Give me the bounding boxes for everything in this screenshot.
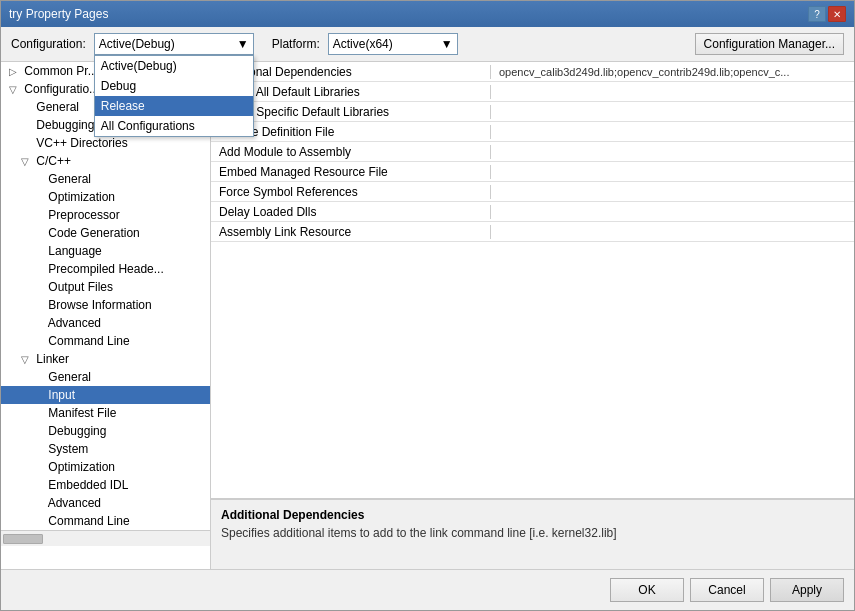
expander-linker-opt [33,462,45,473]
tree-label-cpp-out: Output Files [48,280,113,294]
scrollbar-thumb[interactable] [3,534,43,544]
expander-cpp-out [33,282,45,293]
tree-label-cpp-lang: Language [48,244,101,258]
expander-linker-system [33,444,45,455]
config-option-all[interactable]: All Configurations [95,116,253,136]
config-label: Configuration: [11,37,86,51]
expander-linker-adv [33,498,45,509]
platform-selected-value: Active(x64) [333,37,393,51]
expander-linker-general [33,372,45,383]
expander-linker-debug [33,426,45,437]
expander-cpp-general [33,174,45,185]
config-option-release[interactable]: Release [95,96,253,116]
tree-item-linker-system[interactable]: System [1,440,210,458]
prop-name-delay-loaded: Delay Loaded Dlls [211,205,491,219]
expander-cpp-cmd [33,336,45,347]
config-dropdown-button[interactable]: Active(Debug) ▼ [94,33,254,55]
prop-row-delay-loaded[interactable]: Delay Loaded Dlls [211,202,854,222]
right-panel: Additional Dependencies opencv_calib3d24… [211,62,854,569]
platform-dropdown-arrow: ▼ [441,37,453,51]
prop-name-force-symbol: Force Symbol References [211,185,491,199]
info-title: Additional Dependencies [221,508,844,522]
tree-item-linker-general[interactable]: General [1,368,210,386]
expander-cpp-adv [33,318,45,329]
tree-label-cpp-adv: Advanced [48,316,101,330]
config-bar: Configuration: Active(Debug) ▼ Active(De… [1,27,854,62]
close-button[interactable]: ✕ [828,6,846,22]
tree-label-cpp-opt: Optimization [48,190,115,204]
tree-item-cpp-adv[interactable]: Advanced [1,314,210,332]
tree-item-linker-idl[interactable]: Embedded IDL [1,476,210,494]
prop-row-force-symbol[interactable]: Force Symbol References [211,182,854,202]
tree-label-config: Configuratio... [24,82,99,96]
tree-label-cpp-codegen: Code Generation [48,226,139,240]
platform-dropdown-button[interactable]: Active(x64) ▼ [328,33,458,55]
tree-item-cpp-pch[interactable]: Precompiled Heade... [1,260,210,278]
tree-label-cpp-browse: Browse Information [48,298,151,312]
prop-row-ignore-all[interactable]: Ignore All Default Libraries [211,82,854,102]
cancel-button[interactable]: Cancel [690,578,764,602]
expander-cpp: ▽ [21,156,33,167]
tree-item-linker-opt[interactable]: Optimization [1,458,210,476]
config-option-active-debug[interactable]: Active(Debug) [95,56,253,76]
config-manager-button[interactable]: Configuration Manager... [695,33,844,55]
expander-cpp-lang [33,246,45,257]
tree-item-linker-input[interactable]: Input [1,386,210,404]
tree-item-cpp-opt[interactable]: Optimization [1,188,210,206]
config-dropdown-wrap: Active(Debug) ▼ Active(Debug) Debug Rele… [94,33,254,55]
help-button[interactable]: ? [808,6,826,22]
tree-label-linker: Linker [36,352,69,366]
tree-label-linker-cmd: Command Line [48,514,129,528]
dialog-title: try Property Pages [9,7,108,21]
tree-label-linker-system: System [48,442,88,456]
prop-row-embed-resource[interactable]: Embed Managed Resource File [211,162,854,182]
tree-item-linker-adv[interactable]: Advanced [1,494,210,512]
tree-label-linker-debug: Debugging [48,424,106,438]
prop-row-additional-deps[interactable]: Additional Dependencies opencv_calib3d24… [211,62,854,82]
tree-item-cpp-codegen[interactable]: Code Generation [1,224,210,242]
prop-name-embed-resource: Embed Managed Resource File [211,165,491,179]
apply-button[interactable]: Apply [770,578,844,602]
title-bar-left: try Property Pages [9,7,108,21]
tree-item-linker-debug[interactable]: Debugging [1,422,210,440]
tree-item-linker-cmd[interactable]: Command Line [1,512,210,530]
prop-value-additional-deps: opencv_calib3d249d.lib;opencv_contrib249… [491,66,854,78]
tree-label-linker-general: General [48,370,91,384]
tree-horiz-scrollbar[interactable] [1,530,210,546]
tree-item-cpp-cmd[interactable]: Command Line [1,332,210,350]
tree-item-cpp[interactable]: ▽ C/C++ [1,152,210,170]
config-selected-value: Active(Debug) [99,37,175,51]
tree-label-cpp-pch: Precompiled Heade... [48,262,163,276]
tree-label-linker-idl: Embedded IDL [48,478,128,492]
expander-config: ▽ [9,84,21,95]
tree-item-linker[interactable]: ▽ Linker [1,350,210,368]
expander-common: ▷ [9,66,21,77]
tree-item-cpp-browse[interactable]: Browse Information [1,296,210,314]
config-dropdown-popup: Active(Debug) Debug Release All Configur… [94,55,254,137]
tree-label-debugging: Debugging [36,118,94,132]
info-panel: Additional Dependencies Specifies additi… [211,499,854,569]
tree-item-cpp-lang[interactable]: Language [1,242,210,260]
info-description: Specifies additional items to add to the… [221,526,844,540]
left-panel: ▷ Common Pr... ▽ Configuratio... General… [1,62,211,569]
properties-table: Additional Dependencies opencv_calib3d24… [211,62,854,499]
property-pages-dialog: try Property Pages ? ✕ Configuration: Ac… [0,0,855,611]
config-dropdown-arrow: ▼ [237,37,249,51]
tree-item-cpp-pre[interactable]: Preprocessor [1,206,210,224]
tree-item-cpp-out[interactable]: Output Files [1,278,210,296]
tree-item-linker-manifest[interactable]: Manifest File [1,404,210,422]
tree-label-linker-manifest: Manifest File [48,406,116,420]
tree-item-cpp-general[interactable]: General [1,170,210,188]
ok-button[interactable]: OK [610,578,684,602]
title-bar: try Property Pages ? ✕ [1,1,854,27]
prop-row-ignore-specific[interactable]: Ignore Specific Default Libraries [211,102,854,122]
prop-row-module-def[interactable]: Module Definition File [211,122,854,142]
prop-name-assembly-link: Assembly Link Resource [211,225,491,239]
expander-linker: ▽ [21,354,33,365]
config-option-debug[interactable]: Debug [95,76,253,96]
prop-row-assembly-link[interactable]: Assembly Link Resource [211,222,854,242]
expander-general [21,102,33,113]
expander-cpp-pre [33,210,45,221]
expander-debugging [21,120,33,131]
prop-row-add-module[interactable]: Add Module to Assembly [211,142,854,162]
